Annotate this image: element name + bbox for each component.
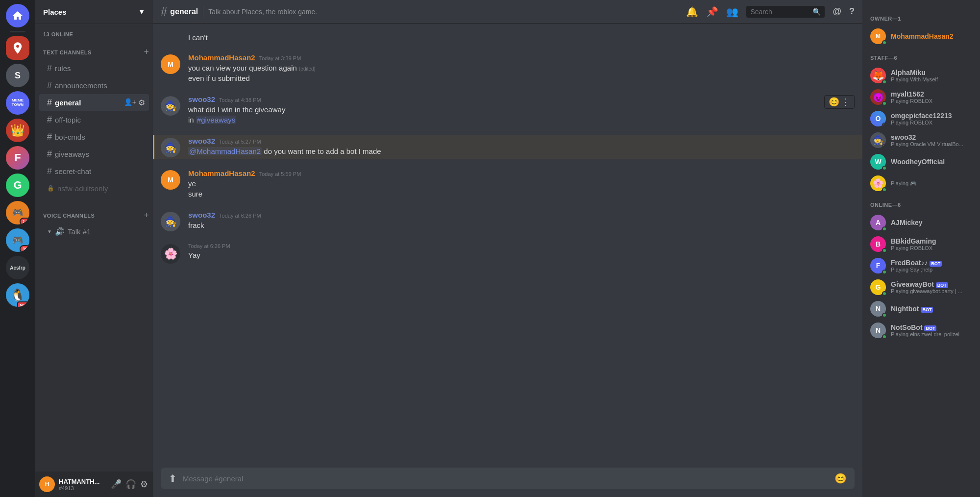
search-box[interactable]: 🔍 xyxy=(746,6,825,18)
hash-icon: # xyxy=(47,149,52,159)
server-icon-green[interactable]: G xyxy=(6,174,29,197)
deafen-button[interactable]: 🎧 xyxy=(124,478,137,491)
server-icon-14[interactable]: 🎮 14 xyxy=(6,201,29,224)
channel-name: general xyxy=(55,99,81,107)
member-avatar: B xyxy=(870,236,886,252)
message-author[interactable]: MohammadHasan2 xyxy=(188,53,255,62)
more-options-icon[interactable]: ⋮ xyxy=(841,97,850,107)
message-item-highlighted: 🧙 swoo32 Today at 5:27 PM @MohammadHasan… xyxy=(153,135,862,159)
member-avatar: 😈 xyxy=(870,89,886,105)
header-hash-icon: # xyxy=(161,5,167,19)
member-info: WoodheyOfficial xyxy=(891,158,972,166)
at-icon[interactable]: @ xyxy=(833,6,841,17)
server-icon-30[interactable]: 🎮 30 xyxy=(6,228,29,252)
header-channel-name: general xyxy=(170,7,198,16)
message-author[interactable]: swoo32 xyxy=(188,95,215,103)
message-item: 🌸 Today at 6:26 PM Yay xyxy=(153,241,862,266)
add-member-icon[interactable]: 👤+ xyxy=(124,98,136,107)
user-settings-button[interactable]: ⚙ xyxy=(139,478,149,491)
channel-name: announcements xyxy=(55,81,107,90)
message-content: MohammadHasan2 Today at 3:39 PM you can … xyxy=(188,53,855,83)
staff-section-header: STAFF—6 xyxy=(866,47,976,63)
member-item-anon[interactable]: 🌸 Playing 🎮 xyxy=(866,173,976,194)
server-icon-meme-town[interactable]: MEMETOWN xyxy=(6,91,29,115)
message-header: swoo32 Today at 4:38 PM xyxy=(188,95,855,103)
channel-secret-chat[interactable]: # secret-chat xyxy=(39,163,149,179)
voice-channels-category[interactable]: VOICE CHANNELS + xyxy=(35,202,153,223)
channel-name: secret-chat xyxy=(55,167,91,175)
voice-channel-talk1[interactable]: ▼ 🔊 Talk #1 xyxy=(39,223,149,240)
message-text: you can view your question again (edited… xyxy=(188,63,855,73)
member-item-bbkid[interactable]: B BBkidGaming Playing ROBLOX xyxy=(866,233,976,255)
channels-list: 13 ONLINE TEXT CHANNELS + # rules # anno… xyxy=(35,24,153,472)
member-item-nightbot[interactable]: N Nightbot BOT xyxy=(866,298,976,320)
member-item-ajmickey[interactable]: A AJMickey xyxy=(866,212,976,233)
members-sidebar: OWNER—1 M MohammadHasan2 STAFF—6 🦊 Alpha… xyxy=(862,0,980,497)
notification-bell-icon[interactable]: 🔔 xyxy=(686,6,698,18)
member-status-indicator xyxy=(882,313,887,318)
message-author[interactable]: swoo32 xyxy=(188,137,215,145)
member-avatar: M xyxy=(870,28,886,44)
member-info: MohammadHasan2 xyxy=(891,32,972,40)
message-avatar: M xyxy=(161,170,180,190)
member-item-woodhey[interactable]: W WoodheyOfficial xyxy=(866,151,976,173)
member-info: BBkidGaming Playing ROBLOX xyxy=(891,237,972,251)
member-info: NotSoBot BOT Playing eins zwei drei poli… xyxy=(891,323,972,337)
member-name: swoo32 xyxy=(891,133,972,141)
server-header[interactable]: Places ▼ xyxy=(35,0,153,24)
member-item-notsobot[interactable]: N NotSoBot BOT Playing eins zwei drei po… xyxy=(866,320,976,341)
member-name: BBkidGaming xyxy=(891,237,972,245)
member-item-giveawaybot[interactable]: G GiveawayBot BOT Playing giveawaybot.pa… xyxy=(866,276,976,298)
channel-giveaways[interactable]: # giveaways xyxy=(39,146,149,162)
channel-bot-cmds[interactable]: # bot-cmds xyxy=(39,128,149,145)
add-voice-channel-icon[interactable]: + xyxy=(144,210,149,221)
hash-icon: # xyxy=(47,115,52,125)
member-info: omgepicface12213 Playing ROBLOX xyxy=(891,112,972,125)
server-icon-acsfrp[interactable]: Acsfrp xyxy=(6,256,29,279)
online-count: 13 ONLINE xyxy=(35,27,153,39)
member-info: FredBoat♪♪ BOT Playing Say ;help xyxy=(891,259,972,273)
member-item-mh2-owner[interactable]: M MohammadHasan2 xyxy=(866,25,976,47)
text-channels-category[interactable]: TEXT CHANNELS + xyxy=(35,39,153,59)
server-icon-penguin-chat[interactable]: 🐧 NEW xyxy=(6,283,29,307)
current-user-tag: #4913 xyxy=(59,485,106,491)
member-info: swoo32 Playing Oracle VM VirtualBo... xyxy=(891,133,972,147)
channel-topic: Talk about Places, the roblox game. xyxy=(208,8,317,16)
message-input[interactable] xyxy=(183,474,829,483)
server-name: Places xyxy=(43,8,67,16)
channel-mention[interactable]: #giveaways xyxy=(196,116,236,124)
member-item-myalt1562[interactable]: 😈 myalt1562 Playing ROBLOX xyxy=(866,86,976,108)
server-icon-places[interactable] xyxy=(6,36,29,60)
channel-off-topic[interactable]: # off-topic xyxy=(39,111,149,128)
channel-announcements[interactable]: # announcements xyxy=(39,77,149,94)
server-icon-home[interactable] xyxy=(6,4,29,27)
upload-icon[interactable]: ⬆ xyxy=(169,472,177,484)
emoji-picker-icon[interactable]: 😊 xyxy=(834,472,847,484)
member-item-fredboat[interactable]: F FredBoat♪♪ BOT Playing Say ;help xyxy=(866,255,976,276)
member-avatar: 🦊 xyxy=(870,68,886,83)
member-name: NotSoBot BOT xyxy=(891,323,972,331)
search-input[interactable] xyxy=(750,8,809,16)
server-icon-s[interactable]: S xyxy=(6,64,29,87)
react-icon[interactable]: 😊 xyxy=(829,97,839,107)
member-list-icon[interactable]: 👥 xyxy=(726,6,738,18)
channel-rules[interactable]: # rules xyxy=(39,60,149,76)
add-channel-icon[interactable]: + xyxy=(144,47,149,57)
channel-name: bot-cmds xyxy=(55,133,85,141)
channel-settings-icon[interactable]: ⚙ xyxy=(138,98,145,107)
help-icon[interactable]: ? xyxy=(849,6,855,17)
message-avatar: 🧙 xyxy=(161,138,180,157)
member-item-swoo32[interactable]: 🧙 swoo32 Playing Oracle VM VirtualBo... xyxy=(866,129,976,151)
message-author[interactable]: swoo32 xyxy=(188,211,215,219)
server-icon-f[interactable]: F xyxy=(6,146,29,170)
pinned-messages-icon[interactable]: 📌 xyxy=(706,6,718,18)
channel-nsfw[interactable]: 🔒 nsfw-adultsonly xyxy=(39,180,149,197)
member-item-alphamiku[interactable]: 🦊 AlphaMiku Playing With Myself xyxy=(866,65,976,86)
message-author[interactable]: MohammadHasan2 xyxy=(188,169,255,177)
member-item-omgepicface[interactable]: O omgepicface12213 Playing ROBLOX xyxy=(866,108,976,129)
user-mention[interactable]: @MohammadHasan2 xyxy=(188,147,262,155)
mute-button[interactable]: 🎤 xyxy=(110,478,122,491)
server-icon-crown[interactable]: 👑 xyxy=(6,119,29,142)
message-timestamp: Today at 5:27 PM xyxy=(219,139,261,145)
channel-general[interactable]: # general 👤+ ⚙ xyxy=(39,94,149,111)
